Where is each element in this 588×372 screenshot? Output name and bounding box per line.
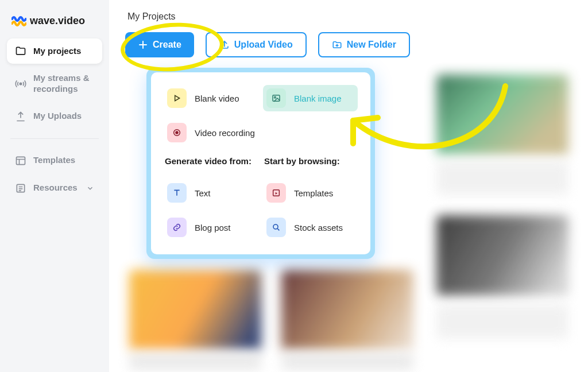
create-popover-inner: Blank video Blank image Video recording … [151,72,370,254]
project-thumbnail[interactable] [436,215,568,296]
sidebar-item-my-projects[interactable]: My projects [7,38,102,64]
svg-point-6 [176,131,178,134]
sidebar: wave.video My projects My streams & reco… [0,0,109,372]
option-stock-assets[interactable]: Stock assets [263,214,358,241]
option-label: Blog post [195,223,231,232]
browse-heading: Start by browsing: [264,156,358,166]
sidebar-divider [10,138,99,139]
resources-icon [15,183,26,194]
play-icon [167,88,187,108]
folder-plus-icon [332,40,342,50]
generate-heading: Generate video from: [165,156,258,166]
templates-icon [266,183,286,203]
svg-point-8 [273,224,278,229]
toolbar: Create Upload Video New Folder [125,32,572,57]
brand-name: wave.video [30,15,85,27]
option-text[interactable]: Text [164,180,258,206]
svg-point-0 [20,83,21,84]
record-icon [167,123,187,142]
upload-label: Upload Video [234,40,293,50]
option-label: Video recording [195,128,255,138]
brand-logo[interactable]: wave.video [7,11,102,38]
project-thumbnail[interactable] [281,270,413,350]
option-label: Stock assets [294,223,343,232]
svg-rect-1 [17,157,25,164]
sidebar-item-streams-recordings[interactable]: My streams & recordings [7,66,102,102]
create-popover: Blank video Blank image Video recording … [146,68,375,259]
option-label: Blank video [195,94,239,103]
folder-icon [15,45,26,57]
project-meta [436,161,568,195]
sidebar-nav: My projects My streams & recordings My U… [7,38,102,201]
sidebar-item-resources[interactable]: Resources [7,176,102,201]
option-label: Text [195,188,211,198]
sidebar-item-my-uploads[interactable]: My Uploads [7,104,102,129]
svg-point-4 [274,96,276,98]
sidebar-label: My Uploads [33,111,82,122]
project-thumbnail[interactable] [436,75,568,155]
option-label: Templates [294,188,333,198]
plus-icon [138,40,148,50]
new-folder-button[interactable]: New Folder [318,32,410,57]
chevron-down-icon [84,183,96,194]
wave-logo-icon [11,16,26,27]
upload-icon [219,40,230,50]
project-meta [281,353,413,370]
create-button[interactable]: Create [125,32,194,57]
option-blank-image[interactable]: Blank image [263,85,358,111]
broadcast-icon [15,78,26,90]
option-blog-post[interactable]: Blog post [164,214,258,241]
sidebar-label: My projects [33,46,81,57]
upload-video-button[interactable]: Upload Video [206,32,307,57]
option-templates[interactable]: Templates [263,180,358,206]
link-icon [167,218,187,237]
text-icon [167,183,187,203]
image-icon [266,88,286,108]
sidebar-label: My streams & recordings [33,73,94,95]
option-video-recording[interactable]: Video recording [164,119,258,146]
new-folder-label: New Folder [347,40,396,50]
upload-icon [15,111,26,122]
search-icon [266,218,286,237]
project-thumbnail[interactable] [129,270,261,350]
project-meta [436,304,568,339]
templates-icon [15,155,26,166]
sidebar-label: Resources [33,183,78,193]
sidebar-item-templates[interactable]: Templates [7,148,102,173]
project-meta [129,353,261,370]
option-label: Blank image [294,94,342,103]
page-title: My Projects [127,11,572,22]
create-label: Create [153,40,181,50]
option-blank-video[interactable]: Blank video [164,85,258,111]
svg-rect-3 [273,95,280,102]
sidebar-label: Templates [33,155,75,166]
